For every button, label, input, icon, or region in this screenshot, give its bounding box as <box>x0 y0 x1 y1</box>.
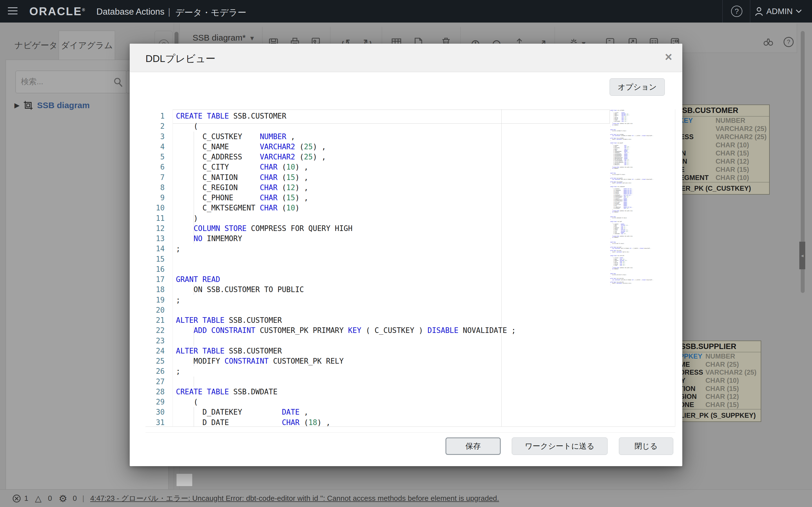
code-line[interactable]: 22 ADD CONSTRAINT CUSTOMER_PK PRIMARY KE… <box>146 325 675 335</box>
help-icon[interactable]: ? <box>731 6 742 17</box>
code-minimap[interactable]: CREATE TABLE SSB.CUSTOMER ( C_CUSTKEY NU… <box>610 110 674 286</box>
line-number: 12 <box>146 223 172 233</box>
code-text: C_ADDRESS VARCHAR2 (25) , <box>172 152 326 162</box>
line-number: 18 <box>146 284 172 295</box>
line-number: 23 <box>146 336 172 346</box>
code-text: C_REGION CHAR (12) , <box>172 182 308 193</box>
search-icon <box>113 77 123 87</box>
line-number: 17 <box>146 274 172 284</box>
code-line[interactable]: 15 <box>146 254 675 264</box>
user-menu[interactable]: ADMIN <box>755 5 802 17</box>
panel-collapse-handle[interactable]: ◄ <box>799 242 805 269</box>
code-line[interactable]: 9 C_PHONE CHAR (15) , <box>146 193 675 203</box>
send-to-worksheet-button[interactable]: ワークシートに送る <box>512 438 608 455</box>
close-button[interactable]: 閉じる <box>619 438 673 455</box>
column-type: CHAR (15) <box>705 401 739 409</box>
tab-navigator[interactable]: ナビゲータ <box>11 31 61 60</box>
search-input[interactable] <box>21 71 114 93</box>
diagram-help-icon[interactable]: ? <box>783 36 794 49</box>
column-type: CHAR (10) <box>716 174 749 182</box>
code-line[interactable]: 23 <box>146 336 675 346</box>
line-number: 29 <box>146 397 172 407</box>
code-text: C_NAME VARCHAR2 (25) , <box>172 142 326 152</box>
code-line[interactable]: 7 C_NATION CHAR (15) , <box>146 172 675 182</box>
code-text: ; <box>172 295 181 305</box>
column-type: CHAR (12) <box>716 158 749 165</box>
line-number: 14 <box>146 244 172 254</box>
code-text: MODIFY CONSTRAINT CUSTOMER_PK RELY <box>172 356 344 366</box>
column-type: VARCHAR2 (25) <box>716 125 767 133</box>
code-line[interactable]: 6 C_CITY CHAR (10) , <box>146 162 675 172</box>
code-line[interactable]: 16 <box>146 264 675 274</box>
code-line[interactable]: 2 ( <box>146 121 675 131</box>
line-number: 26 <box>146 366 172 376</box>
code-line[interactable]: 14; <box>146 244 675 254</box>
indent-guide <box>194 377 194 387</box>
column-type: CHAR (10) <box>716 141 749 149</box>
topbar-separator <box>750 0 750 22</box>
column-type: CHAR (12) <box>705 393 739 400</box>
code-line[interactable]: 26; <box>146 366 675 376</box>
find-in-diagram-icon[interactable] <box>763 37 774 49</box>
hamburger-menu-icon[interactable] <box>8 7 17 15</box>
birdseye-panel[interactable] <box>176 473 193 487</box>
editor-scroll-gutter <box>146 432 675 433</box>
code-text: COLUMN STORE COMPRESS FOR QUERY HIGH <box>172 223 352 233</box>
code-line[interactable]: 11 ) <box>146 213 675 223</box>
error-count: 1 <box>24 490 28 507</box>
dialog-header: DDLプレビュー × <box>130 44 682 72</box>
save-button[interactable]: 保存 <box>446 438 501 455</box>
error-status-icon[interactable] <box>12 490 21 507</box>
code-line[interactable]: 13 NO INMEMORY <box>146 233 675 244</box>
code-line[interactable]: 18 ON SSB.CUSTOMER TO PUBLIC <box>146 284 675 295</box>
line-number: 21 <box>146 315 172 325</box>
code-line[interactable]: 28CREATE TABLE SSB.DWDATE <box>146 387 675 397</box>
code-text: ON SSB.CUSTOMER TO PUBLIC <box>172 284 304 295</box>
code-line[interactable]: 25 MODIFY CONSTRAINT CUSTOMER_PK RELY <box>146 356 675 366</box>
code-line[interactable]: 31 D_DATE CHAR (18) , <box>146 417 675 427</box>
search-box <box>15 71 127 93</box>
user-icon <box>755 6 763 16</box>
warning-status-icon[interactable]: △ <box>35 490 42 507</box>
code-line[interactable]: 8 C_REGION CHAR (12) , <box>146 182 675 193</box>
code-line[interactable]: 17GRANT READ <box>146 274 675 284</box>
code-line[interactable]: 24ALTER TABLE SSB.CUSTOMER <box>146 346 675 356</box>
ddl-code-editor[interactable]: 1CREATE TABLE SSB.CUSTOMER2 (3 C_CUSTKEY… <box>146 109 675 427</box>
chevron-down-icon <box>795 9 802 13</box>
code-line[interactable]: 5 C_ADDRESS VARCHAR2 (25) , <box>146 152 675 162</box>
warning-count: 0 <box>48 490 52 507</box>
code-text: ; <box>172 366 181 376</box>
code-line[interactable]: 19; <box>146 295 675 305</box>
tree-item-label: SSB diagram <box>37 101 90 110</box>
code-text: ADD CONSTRAINT CUSTOMER_PK PRIMARY KEY (… <box>172 325 516 335</box>
code-line[interactable]: 12 COLUMN STORE COMPRESS FOR QUERY HIGH <box>146 223 675 233</box>
code-text: ( <box>172 397 198 407</box>
line-number: 5 <box>146 152 172 162</box>
code-line[interactable]: 20 <box>146 305 675 315</box>
code-line[interactable]: 21ALTER TABLE SSB.CUSTOMER <box>146 315 675 325</box>
code-line[interactable]: 30 D_DATEKEY DATE , <box>146 407 675 417</box>
tab-diagram[interactable]: ダイアグラム <box>59 31 115 60</box>
user-name: ADMIN <box>766 7 793 16</box>
tree-expand-icon[interactable]: ▶ <box>14 101 19 109</box>
close-icon[interactable]: × <box>665 50 672 64</box>
options-button[interactable]: オプション <box>610 78 665 96</box>
code-text: C_NATION CHAR (15) , <box>172 172 308 182</box>
topbar-separator <box>722 0 723 22</box>
code-line[interactable]: 29 ( <box>146 397 675 407</box>
gear-status-icon[interactable]: ⚙ <box>59 490 67 507</box>
tree-item-ssb-diagram[interactable]: ▶ SSB diagram <box>14 98 90 112</box>
diagram-selector[interactable]: SSB diagram*▾ <box>193 33 254 43</box>
code-line[interactable]: 10 C_MKTSEGMENT CHAR (10) <box>146 203 675 213</box>
code-line[interactable]: 3 C_CUSTKEY NUMBER , <box>146 131 675 142</box>
code-text: ALTER TABLE SSB.CUSTOMER <box>172 315 282 325</box>
error-message-link[interactable]: 4:47:23 - グローバル・エラー: Uncaught Error: dbt… <box>90 494 499 503</box>
code-line[interactable]: 4 C_NAME VARCHAR2 (25) , <box>146 142 675 152</box>
column-type: CHAR (15) <box>716 149 749 157</box>
code-line[interactable]: 1CREATE TABLE SSB.CUSTOMER <box>146 111 675 121</box>
code-line[interactable]: 27 <box>146 377 675 387</box>
code-text: GRANT READ <box>172 274 220 284</box>
diagram-icon <box>23 100 33 111</box>
line-number: 19 <box>146 295 172 305</box>
code-text: CREATE TABLE SSB.CUSTOMER <box>172 111 286 121</box>
